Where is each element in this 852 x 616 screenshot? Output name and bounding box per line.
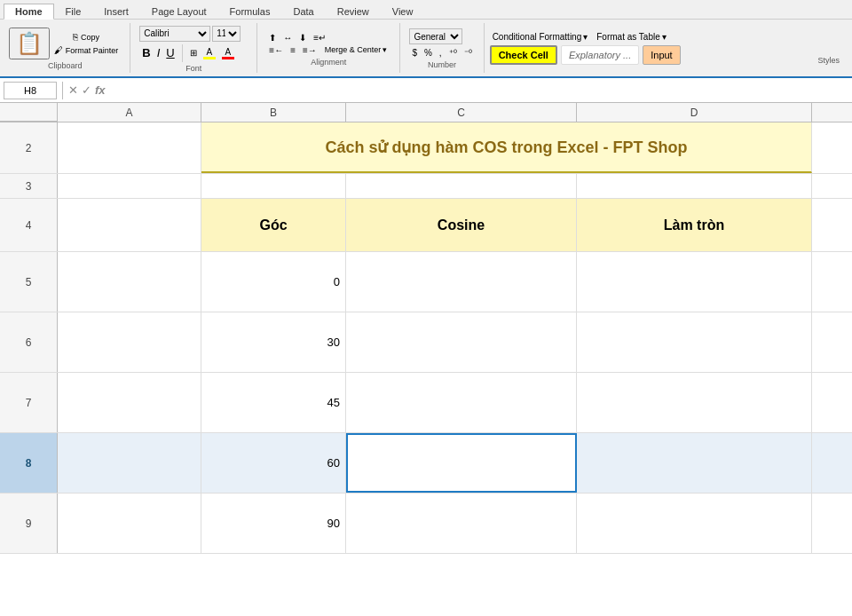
font-group: Calibri 11 B I U ⊞ A A Font xyxy=(136,24,251,73)
tab-page-layout[interactable]: Page Layout xyxy=(140,4,218,19)
tab-review[interactable]: Review xyxy=(326,4,381,19)
explanatory-style[interactable]: Explanatory ... xyxy=(561,45,639,65)
function-icon[interactable]: fx xyxy=(95,83,106,97)
formula-bar-icons: ✕ ✓ fx xyxy=(68,83,106,97)
cell-b2-merged[interactable]: Cách sử dụng hàm COS trong Excel - FPT S… xyxy=(201,122,812,173)
cell-a4[interactable] xyxy=(58,199,201,251)
cell-c9[interactable] xyxy=(346,494,577,553)
col-header-a[interactable]: A xyxy=(58,103,201,122)
cell-b5[interactable]: 0 xyxy=(201,252,346,312)
row-header-5[interactable]: 5 xyxy=(0,252,58,312)
col-header-d[interactable]: D xyxy=(577,103,812,122)
cell-c5[interactable] xyxy=(346,252,577,312)
confirm-icon[interactable]: ✓ xyxy=(82,83,91,97)
tab-formulas[interactable]: Formulas xyxy=(218,4,282,19)
row-header-9[interactable]: 9 xyxy=(0,494,58,553)
check-cell-style[interactable]: Check Cell xyxy=(490,45,557,65)
bold-button[interactable]: B xyxy=(139,45,153,60)
format-as-table-label: Format as Table xyxy=(596,32,660,42)
cell-a5[interactable] xyxy=(58,252,201,312)
merge-center-button[interactable]: Merge & Center ▾ xyxy=(321,44,391,55)
comma-button[interactable]: , xyxy=(437,47,445,59)
fill-color-button[interactable]: A xyxy=(201,46,218,60)
cell-d5[interactable] xyxy=(577,252,812,312)
align-center-button[interactable]: ≡ xyxy=(288,44,298,56)
cell-b4[interactable]: Góc xyxy=(201,199,346,251)
cell-b7[interactable]: 45 xyxy=(201,373,346,432)
cell-d6[interactable] xyxy=(577,312,812,372)
conditional-formatting-button[interactable]: Conditional Formatting ▾ xyxy=(490,31,591,43)
row-header-8[interactable]: 8 xyxy=(0,433,58,493)
font-label: Font xyxy=(185,64,201,73)
number-format-select[interactable]: General xyxy=(409,28,462,44)
cell-a6[interactable] xyxy=(58,312,201,372)
align-top-button[interactable]: ⬆ xyxy=(266,32,279,43)
tab-home[interactable]: Home xyxy=(4,4,54,20)
align-left-button[interactable]: ≡← xyxy=(266,44,286,56)
col-header-c[interactable]: C xyxy=(346,103,577,122)
row-header-6[interactable]: 6 xyxy=(0,312,58,372)
formula-input[interactable] xyxy=(109,82,848,99)
input-style[interactable]: Input xyxy=(643,45,680,65)
row-6: 6 30 xyxy=(0,312,852,373)
border-button[interactable]: ⊞ xyxy=(187,47,200,59)
align-middle-button[interactable]: ↔ xyxy=(280,32,295,43)
corner-cell xyxy=(0,103,58,122)
cell-c4[interactable]: Cosine xyxy=(346,199,577,251)
cell-b8[interactable]: 60 xyxy=(201,433,346,493)
grid-body: 2 Cách sử dụng hàm COS trong Excel - FPT… xyxy=(0,122,852,554)
title-text: Cách sử dụng hàm COS trong Excel - FPT S… xyxy=(207,138,806,157)
row-header-7[interactable]: 7 xyxy=(0,373,58,432)
cell-a7[interactable] xyxy=(58,373,201,432)
cell-a8[interactable] xyxy=(58,433,201,493)
cell-a9[interactable] xyxy=(58,494,201,553)
alignment-label: Alignment xyxy=(311,58,346,67)
cell-d3[interactable] xyxy=(577,174,812,198)
align-bottom-button[interactable]: ⬇ xyxy=(296,32,309,43)
cell-a2[interactable] xyxy=(58,122,201,173)
copy-button[interactable]: ⎘ Copy xyxy=(51,31,121,43)
cell-reference-input[interactable]: H8 xyxy=(4,82,57,99)
row-8: 8 60 xyxy=(0,433,852,494)
styles-label: Styles xyxy=(817,56,840,65)
percent-button[interactable]: % xyxy=(422,47,435,59)
row-header-4[interactable]: 4 xyxy=(0,199,58,251)
increase-decimal-button[interactable]: ⁺⁰ xyxy=(446,47,460,59)
cell-c3[interactable] xyxy=(346,174,577,198)
tab-file[interactable]: File xyxy=(54,4,93,19)
cell-c7[interactable] xyxy=(346,373,577,432)
font-size-select[interactable]: 11 xyxy=(212,26,241,42)
cell-c6[interactable] xyxy=(346,312,577,372)
cell-a3[interactable] xyxy=(58,174,201,198)
cancel-icon[interactable]: ✕ xyxy=(68,83,78,97)
format-as-table-button[interactable]: Format as Table ▾ xyxy=(594,31,669,43)
cell-d4[interactable]: Làm tròn xyxy=(577,199,812,251)
cell-b9[interactable]: 90 xyxy=(201,494,346,553)
cell-c8[interactable] xyxy=(346,433,577,493)
row-2: 2 Cách sử dụng hàm COS trong Excel - FPT… xyxy=(0,122,852,174)
row-3: 3 xyxy=(0,174,852,199)
align-right-button[interactable]: ≡→ xyxy=(300,44,320,56)
decrease-decimal-button[interactable]: ⁻⁰ xyxy=(462,47,475,59)
cell-b3[interactable] xyxy=(201,174,346,198)
cell-d9[interactable] xyxy=(577,494,812,553)
cell-d8[interactable] xyxy=(577,433,812,493)
cell-d7[interactable] xyxy=(577,373,812,432)
col-header-b[interactable]: B xyxy=(201,103,346,122)
font-color-button[interactable]: A xyxy=(219,46,237,60)
wrap-text-button[interactable]: ≡↵ xyxy=(311,32,328,43)
row-header-2[interactable]: 2 xyxy=(0,122,58,173)
format-painter-button[interactable]: 🖌 Format Painter xyxy=(51,44,121,56)
underline-button[interactable]: U xyxy=(163,45,177,60)
tab-data[interactable]: Data xyxy=(281,4,325,19)
tab-insert[interactable]: Insert xyxy=(92,4,140,19)
clipboard-label: Clipboard xyxy=(48,61,83,70)
cell-b6[interactable]: 30 xyxy=(201,312,346,372)
row-header-3[interactable]: 3 xyxy=(0,174,58,198)
italic-button[interactable]: I xyxy=(154,45,163,60)
paste-button[interactable]: 📋 xyxy=(9,28,50,59)
currency-button[interactable]: $ xyxy=(409,47,420,59)
alignment-group: ⬆ ↔ ⬇ ≡↵ ≡← ≡ ≡→ Merge & Center ▾ Alignm… xyxy=(263,30,394,67)
font-name-select[interactable]: Calibri xyxy=(139,26,210,42)
tab-view[interactable]: View xyxy=(381,4,425,19)
